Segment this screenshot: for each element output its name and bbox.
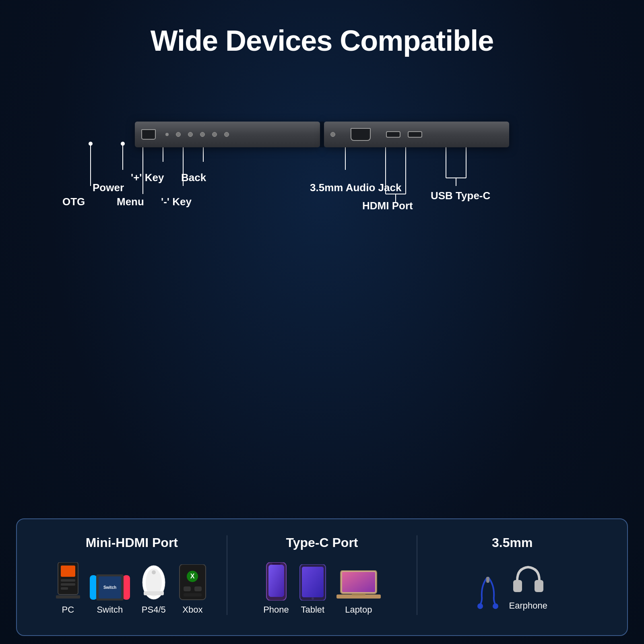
svg-rect-50: [272, 563, 281, 565]
svg-rect-62: [486, 577, 489, 583]
device-xbox: X Xbox: [178, 564, 208, 615]
device-earphone-cable: [477, 577, 499, 611]
svg-rect-31: [56, 595, 80, 599]
svg-rect-57: [342, 572, 375, 592]
svg-rect-53: [302, 567, 324, 597]
switch-icon: Switch: [90, 574, 130, 601]
svg-rect-29: [61, 583, 75, 586]
connector-lines-svg: [40, 57, 604, 250]
button-minus: [212, 132, 217, 137]
label-otg: OTG: [62, 196, 85, 208]
svg-rect-49: [268, 565, 284, 597]
device-headphone: Earphone: [509, 562, 547, 611]
svg-rect-44: [184, 586, 191, 591]
svg-rect-59: [352, 594, 365, 595]
button-right1: [330, 132, 335, 137]
device-phone: Phone: [263, 562, 289, 615]
switch-label: Switch: [97, 605, 123, 615]
audio-title: 3.5mm: [492, 535, 533, 550]
hdmi-port: [351, 128, 371, 141]
svg-rect-64: [535, 580, 543, 592]
button-power: [176, 132, 181, 137]
svg-point-60: [477, 603, 483, 609]
type-c-title: Type-C Port: [286, 535, 358, 550]
button-menu: [188, 132, 193, 137]
svg-rect-32: [90, 575, 97, 600]
hardware-bar-left: [135, 122, 320, 147]
bar-gap: [320, 122, 324, 147]
svg-text:X: X: [190, 573, 194, 580]
svg-rect-27: [61, 566, 75, 577]
divider-2: [417, 535, 417, 615]
device-pc: PC: [56, 562, 80, 615]
ps5-label: PS4/5: [142, 605, 166, 615]
laptop-icon: [336, 570, 381, 601]
mini-hdmi-title: Mini-HDMI Port: [86, 535, 178, 550]
audio-devices: Earphone: [477, 562, 547, 611]
otg-port: [141, 129, 156, 140]
earphone-label: Earphone: [509, 601, 547, 611]
phone-icon: [265, 562, 287, 601]
devices-panel: Mini-HDMI Port PC: [16, 518, 628, 636]
svg-rect-33: [123, 575, 130, 600]
headphone-icon: [511, 562, 545, 597]
svg-rect-46: [184, 593, 202, 597]
svg-point-40: [152, 570, 156, 574]
xbox-icon: X: [178, 564, 208, 601]
device-ps5: PS4/5: [140, 562, 168, 615]
usb-c-port1: [386, 131, 400, 138]
mini-hdmi-devices: PC Switch Switch: [56, 562, 208, 615]
device-laptop: Laptop: [336, 570, 381, 615]
label-power: Power: [93, 182, 124, 194]
pc-label: PC: [62, 605, 74, 615]
svg-rect-28: [61, 579, 75, 582]
hardware-row: [40, 122, 604, 147]
label-hdmi-port: HDMI Port: [362, 200, 413, 212]
label-audio-jack: 3.5mm Audio Jack: [310, 182, 401, 194]
button-back: [224, 132, 229, 137]
pc-icon: [56, 562, 80, 601]
button-plus: [200, 132, 205, 137]
svg-rect-63: [513, 580, 522, 592]
svg-rect-30: [61, 587, 68, 590]
label-back: Back: [181, 171, 206, 184]
type-c-devices: Phone: [263, 562, 381, 615]
label-plus-key: '+' Key: [131, 171, 164, 184]
laptop-label: Laptop: [345, 605, 372, 615]
svg-rect-39: [144, 591, 164, 595]
svg-point-54: [312, 597, 314, 600]
page-content: Wide Devices Compatible: [0, 0, 644, 644]
device-switch: Switch Switch: [90, 574, 130, 615]
dot1: [165, 133, 169, 136]
usb-c-port2: [408, 131, 422, 138]
audio-section: 3.5mm: [421, 535, 603, 611]
divider-1: [227, 535, 227, 615]
xbox-label: Xbox: [182, 605, 202, 615]
phone-label: Phone: [263, 605, 289, 615]
tablet-label: Tablet: [301, 605, 324, 615]
label-usb-type-c: USB Type-C: [431, 190, 490, 202]
diagram-section: OTG Power '+' Key Back Menu '-' Key 3.5m…: [40, 57, 604, 250]
label-menu: Menu: [117, 196, 144, 208]
tablet-icon: [299, 564, 327, 601]
device-tablet: Tablet: [299, 564, 327, 615]
svg-point-61: [493, 603, 498, 609]
ps5-icon: [140, 562, 168, 601]
mini-hdmi-section: Mini-HDMI Port PC: [41, 535, 223, 615]
page-title: Wide Devices Compatible: [151, 24, 494, 57]
svg-text:Switch: Switch: [103, 585, 116, 590]
label-minus-key: '-' Key: [161, 196, 192, 208]
hardware-bar-right: [324, 122, 509, 147]
earphone-cable-icon: [477, 577, 499, 611]
type-c-section: Type-C Port: [231, 535, 413, 615]
svg-rect-45: [194, 586, 202, 591]
